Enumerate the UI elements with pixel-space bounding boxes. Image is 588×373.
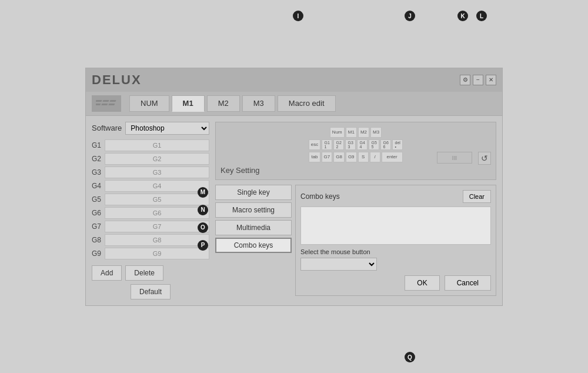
option-buttons-container: Single key Macro setting Multimedia Comb… [215,185,292,296]
g5-input[interactable] [105,194,209,205]
window-controls: ⚙ − ✕ [460,75,496,85]
annotation-O: O [198,222,208,233]
settings-button[interactable]: ⚙ [460,75,470,85]
g4-label: G4 [92,182,105,190]
g3-input[interactable] [105,166,209,178]
annotation-J: J [405,11,415,21]
g9-input[interactable] [105,248,209,259]
ok-button[interactable]: OK [405,275,439,291]
kb-key-slash: / [370,152,380,162]
annotation-I: I [293,11,303,21]
close-button[interactable]: ✕ [486,75,496,85]
option-buttons: Single key Macro setting Multimedia Comb… [215,185,292,253]
tab-macro-edit[interactable]: Macro edit [278,95,336,112]
g1-label: G1 [92,141,105,149]
g7-input[interactable] [105,221,209,232]
kb-key-m2: M2 [358,127,369,138]
g-keys-list: G1 G2 G3 G4 [92,139,209,259]
g8-input[interactable] [105,234,209,246]
minimize-button[interactable]: − [473,75,483,85]
svg-rect-4 [101,104,108,105]
g4-input[interactable] [105,180,209,192]
app-logo: DELUX [92,72,142,88]
annotation-L: L [476,11,487,21]
combo-keys-button[interactable]: Combo keys [215,238,292,253]
add-button[interactable]: Add [92,265,122,281]
single-key-button[interactable]: Single key [215,185,292,200]
title-bar: DELUX ⚙ − ✕ [86,68,502,92]
kb-key-enter: enter [382,152,403,162]
svg-rect-5 [108,104,115,105]
kb-key-g3: G33 [345,139,356,150]
kb-key-g5: G55 [369,139,379,150]
annotation-Q: Q [405,352,415,362]
kb-key-g1: G11 [322,139,332,150]
multimedia-button[interactable]: Multimedia [215,220,292,235]
main-window: DELUX ⚙ − ✕ NUM M1 M2 M3 [85,68,503,306]
g-key-row-g6: G6 [92,207,209,219]
kb-key-m1: M1 [346,127,357,138]
annotation-N: N [198,205,208,215]
left-panel: Software Photoshop G1 G2 [92,122,209,299]
combo-panel: Combo keys Clear Select the mouse button… [295,185,496,296]
delete-button[interactable]: Delete [125,265,163,281]
default-button[interactable]: Default [131,284,171,299]
tab-num[interactable]: NUM [129,95,169,112]
kb-key-g4: G44 [357,139,368,150]
tab-m1[interactable]: M1 [172,95,205,112]
tab-m3[interactable]: M3 [242,95,275,112]
content-area: Software Photoshop G1 G2 [86,116,502,305]
kb-row-1: Num M1 M2 M3 [330,127,382,138]
software-row: Software Photoshop [92,122,209,135]
mouse-btn-select[interactable] [300,258,377,271]
add-delete-buttons: Add Delete [92,265,209,281]
g1-input[interactable] [105,139,209,151]
kb-key-m3: M3 [370,127,382,138]
kb-key-esc: esc [309,139,320,150]
g-key-row-g2: G2 [92,153,209,165]
software-dropdown[interactable]: Photoshop [125,122,209,135]
keyboard-image: |||| [437,152,472,164]
kb-key-g9: G9 [346,152,357,162]
key-setting-label: Key Setting [220,166,491,175]
cancel-button[interactable]: Cancel [445,275,491,291]
kb-key-tab: tab [309,152,320,162]
reset-button[interactable]: ↺ [478,152,491,165]
nav-icon [92,95,121,112]
g2-input[interactable] [105,153,209,165]
combo-clear-button[interactable]: Clear [463,190,491,203]
kb-row-3: tab G7 G8 G9 S / enter [309,152,402,162]
g-key-row-g9: G9 [92,248,209,259]
kb-key-num: Num [330,127,345,138]
g8-label: G8 [92,236,105,244]
g2-label: G2 [92,155,105,163]
ok-cancel-row: OK Cancel [300,275,491,291]
g-key-row-g5: G5 [92,194,209,205]
annotation-K: K [457,11,468,21]
combo-title: Combo keys [300,192,340,201]
tab-m2[interactable]: M2 [207,95,240,112]
annotation-M: M [198,187,208,198]
kb-key-s: S [358,152,369,162]
annotation-P: P [198,240,208,251]
combo-text-area[interactable] [300,207,491,245]
g7-label: G7 [92,222,105,231]
kb-key-g2: G22 [333,139,344,150]
g-key-row-g3: G3 [92,166,209,178]
software-label: Software [92,124,122,132]
g6-label: G6 [92,209,105,217]
macro-setting-button[interactable]: Macro setting [215,202,292,218]
svg-rect-3 [96,104,101,105]
kb-key-delete: del• [392,139,403,150]
kb-key-g8: G8 [333,152,345,162]
g6-input[interactable] [105,207,209,219]
mouse-btn-label: Select the mouse button [300,248,491,255]
kb-row-2: esc G11 G22 G33 G44 G55 G66 del• [309,139,403,150]
combo-header: Combo keys Clear [300,190,491,203]
g-key-row-g7: G7 [92,221,209,232]
g3-label: G3 [92,168,105,176]
default-button-container: Default [92,284,209,299]
keyboard-area: Num M1 M2 M3 esc G11 G22 G33 G44 G5 [215,122,496,180]
g-key-row-g8: G8 [92,234,209,246]
nav-bar: NUM M1 M2 M3 Macro edit [86,92,502,116]
